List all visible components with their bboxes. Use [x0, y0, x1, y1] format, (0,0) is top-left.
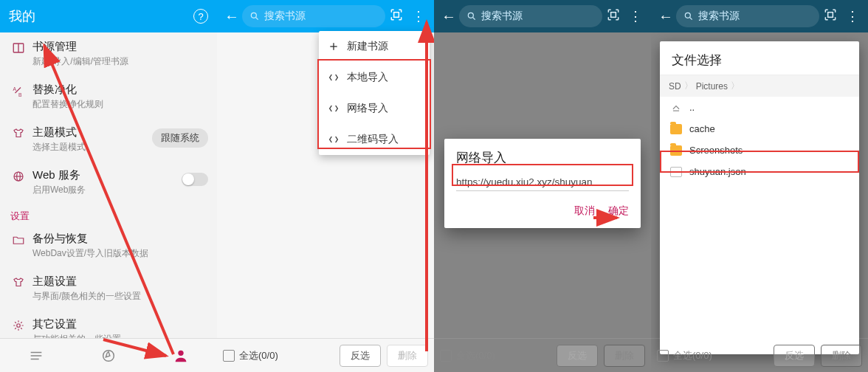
item-title: 主题设置: [32, 275, 208, 289]
svg-point-7: [17, 324, 21, 328]
select-all-checkbox[interactable]: [223, 350, 235, 362]
item-sub: 选择主题模式: [32, 141, 152, 154]
item-title: 替换净化: [32, 83, 208, 97]
search-input[interactable]: 搜索书源: [242, 5, 385, 27]
item-backup[interactable]: 备份与恢复 WebDav设置/导入旧版本数据: [0, 224, 217, 267]
bottom-nav: [0, 338, 217, 372]
file-row-folder[interactable]: cache: [660, 118, 859, 140]
crumb-pictures[interactable]: Pictures: [696, 81, 728, 92]
shirt-icon: [9, 127, 28, 140]
menu-label: 本地导入: [347, 71, 388, 84]
more-icon[interactable]: ⋮: [407, 8, 430, 24]
menu-label: 新建书源: [347, 40, 388, 53]
crumb-sd[interactable]: SD: [669, 81, 681, 92]
scan-icon[interactable]: [385, 7, 407, 26]
item-sub: WebDav设置/导入旧版本数据: [32, 247, 208, 260]
item-sub: 启用Web服务: [32, 184, 182, 196]
item-title: 书源管理: [32, 40, 208, 54]
file-chooser-title: 文件选择: [660, 41, 859, 75]
dialog-title: 网络导入: [456, 149, 629, 166]
globe-icon: [9, 170, 28, 183]
net-import-dialog: 网络导入 https://yuedu.xiu2.xyz/shuyuan 取消 确…: [444, 139, 641, 228]
item-title: 其它设置: [32, 317, 208, 331]
search-placeholder: 搜索书源: [481, 10, 523, 23]
delete-button[interactable]: 删除: [604, 345, 645, 367]
back-icon[interactable]: ←: [655, 8, 676, 25]
tab-my[interactable]: [145, 339, 217, 372]
file-name: Screenshots: [689, 145, 743, 156]
select-all-label: 全选(0/0): [456, 349, 495, 362]
item-theme-mode[interactable]: 主题模式 选择主题模式 跟随系统: [0, 118, 217, 161]
svg-line-13: [256, 18, 258, 20]
svg-text:A: A: [13, 86, 17, 92]
item-title: 备份与恢复: [32, 232, 208, 246]
cancel-button[interactable]: 取消: [574, 204, 595, 218]
source-dropdown: 新建书源 本地导入 网络导入 二维码导入: [319, 31, 430, 155]
folder-icon: [9, 233, 28, 247]
tab-bookshelf[interactable]: [0, 339, 72, 372]
item-replace[interactable]: AB 替换净化 配置替换净化规则: [0, 75, 217, 118]
invert-button[interactable]: 反选: [557, 345, 598, 367]
delete-button[interactable]: 删除: [821, 345, 862, 367]
file-name: shuyuan.json: [689, 166, 746, 177]
file-row-folder[interactable]: Screenshots: [660, 140, 859, 161]
item-book-source[interactable]: 书源管理 新建/导入/编辑/管理书源: [0, 32, 217, 75]
scan-icon[interactable]: [602, 7, 624, 26]
search-placeholder: 搜索书源: [264, 10, 306, 23]
file-icon: [670, 167, 682, 177]
delete-button[interactable]: 删除: [387, 345, 428, 367]
menu-qr-import[interactable]: 二维码导入: [319, 124, 430, 155]
menu-local-import[interactable]: 本地导入: [319, 62, 430, 93]
select-all-checkbox[interactable]: [657, 350, 669, 362]
breadcrumb: SD 〉 Pictures 〉: [660, 75, 859, 97]
help-icon[interactable]: ?: [193, 9, 208, 24]
back-icon[interactable]: ←: [221, 8, 242, 25]
source-footer: 全选(0/0) 反选 删除: [217, 338, 434, 372]
svg-rect-14: [394, 12, 399, 17]
invert-button[interactable]: 反选: [774, 345, 815, 367]
ok-button[interactable]: 确定: [608, 204, 629, 218]
svg-rect-20: [611, 12, 616, 17]
theme-mode-chip[interactable]: 跟随系统: [152, 128, 208, 148]
panel-my: 我的 ? 书源管理 新建/导入/编辑/管理书源 AB 替换净化 配置替换净化规则…: [0, 0, 217, 372]
back-icon[interactable]: ←: [438, 8, 459, 25]
more-icon[interactable]: ⋮: [624, 8, 647, 24]
select-all-checkbox[interactable]: [440, 350, 452, 362]
header: 我的 ?: [0, 0, 217, 32]
menu-net-import[interactable]: 网络导入: [319, 93, 430, 124]
item-sub: 与界面/颜色相关的一些设置: [32, 290, 208, 303]
tab-explore[interactable]: [72, 339, 145, 372]
search-placeholder: 搜索书源: [698, 10, 740, 23]
svg-point-18: [468, 13, 473, 18]
file-name: ..: [689, 102, 695, 113]
menu-label: 网络导入: [347, 102, 388, 115]
svg-rect-24: [828, 12, 833, 17]
file-row-json[interactable]: shuyuan.json: [660, 161, 859, 182]
web-service-toggle[interactable]: [182, 173, 208, 186]
panel-net-import: ← 搜索书源 ⋮ 网络导入 https://yuedu.xiu2.xyz/shu…: [434, 0, 651, 372]
panel-file-chooser: ← 搜索书源 ⋮ 文件选择 SD 〉 Pictures 〉 .. cache: [651, 0, 868, 372]
invert-button[interactable]: 反选: [340, 345, 381, 367]
section-settings: 设置: [0, 204, 217, 224]
gear-icon: [9, 319, 28, 332]
book-icon: [9, 41, 28, 55]
svg-text:B: B: [18, 92, 22, 97]
page-title: 我的: [9, 7, 193, 25]
file-row-up[interactable]: ..: [660, 97, 859, 118]
scan-icon[interactable]: [819, 7, 841, 26]
menu-label: 二维码导入: [347, 133, 399, 146]
menu-new-source[interactable]: 新建书源: [319, 31, 430, 62]
svg-line-23: [690, 18, 692, 20]
item-web-service[interactable]: Web 服务 启用Web服务: [0, 161, 217, 204]
replace-icon: AB: [9, 84, 28, 97]
file-chooser: 文件选择 SD 〉 Pictures 〉 .. cache Screenshot…: [660, 41, 859, 354]
svg-line-19: [473, 18, 475, 20]
item-theme-settings[interactable]: 主题设置 与界面/颜色相关的一些设置: [0, 267, 217, 310]
item-sub: 配置替换净化规则: [32, 98, 208, 111]
item-sub: 新建/导入/编辑/管理书源: [32, 55, 208, 68]
source-header: ← 搜索书源 ⋮: [217, 0, 434, 32]
file-name: cache: [689, 123, 715, 134]
dialog-url-input[interactable]: https://yuedu.xiu2.xyz/shuyuan: [456, 176, 629, 191]
more-icon[interactable]: ⋮: [841, 8, 864, 24]
panel-source-menu: ← 搜索书源 ⋮ 新建书源 本地导入 网络导入 二维码导入: [217, 0, 434, 372]
